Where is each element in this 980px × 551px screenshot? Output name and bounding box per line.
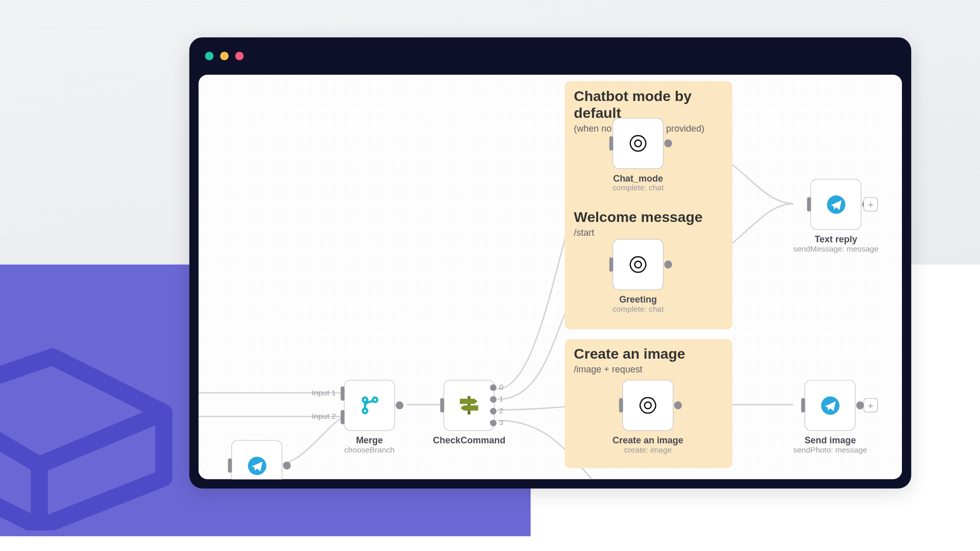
openai-icon: [627, 254, 649, 276]
node-text-reply[interactable]: Text reply sendMessage: message: [793, 179, 878, 253]
node-sublabel: sendPhoto: message: [793, 445, 867, 455]
check-output-1: 1: [499, 395, 503, 403]
group-subtitle: /image + request: [574, 364, 723, 375]
node-sublabel: complete: chat: [612, 183, 664, 192]
check-output-0: 0: [499, 383, 503, 391]
node-label: Greeting: [619, 294, 657, 305]
node-greeting[interactable]: Greeting complete: chat: [612, 239, 664, 313]
merge-input2-label: Input 2: [312, 412, 336, 421]
window-titlebar: [189, 37, 911, 74]
traffic-light-close-icon[interactable]: [205, 52, 214, 60]
node-label: Chat_mode: [613, 173, 663, 184]
check-output-2: 2: [499, 407, 503, 414]
group-subtitle: /start: [574, 227, 723, 238]
workflow-canvas[interactable]: Chatbot mode by default (when no command…: [199, 74, 902, 479]
node-sublabel: create: image: [624, 445, 672, 455]
node-sublabel: chooseBranch: [345, 445, 395, 455]
svg-point-6: [635, 261, 642, 268]
node-telegram-trigger[interactable]: [231, 440, 282, 479]
node-check-command[interactable]: 0 1 2 3 CheckCommand: [433, 380, 505, 445]
app-window: Chatbot mode by default (when no command…: [189, 37, 911, 488]
openai-icon: [637, 394, 659, 417]
svg-point-7: [645, 402, 651, 409]
traffic-light-max-icon[interactable]: [235, 52, 244, 60]
svg-point-5: [635, 140, 642, 147]
node-sublabel: complete: chat: [612, 305, 664, 314]
openai-icon: [627, 132, 649, 155]
group-title: Welcome message: [574, 209, 723, 226]
cube-decoration: [0, 321, 183, 531]
group-title: Chatbot mode by default: [574, 88, 723, 122]
node-label: CheckCommand: [433, 435, 505, 445]
telegram-icon: [246, 455, 267, 476]
add-connection-button[interactable]: +: [864, 398, 878, 412]
node-create-image[interactable]: Create an image create: image: [612, 380, 683, 454]
check-output-3: 3: [499, 418, 503, 426]
node-label: Create an image: [612, 435, 683, 445]
branch-icon: [358, 394, 381, 417]
node-merge[interactable]: Merge chooseBranch: [344, 380, 395, 454]
node-label: Merge: [356, 435, 383, 445]
telegram-icon: [825, 193, 847, 215]
group-title: Create an image: [574, 346, 723, 363]
node-send-image[interactable]: Send image sendPhoto: message: [793, 380, 867, 454]
node-chat-mode[interactable]: Chat_mode complete: chat: [612, 118, 664, 192]
node-label: Text reply: [815, 234, 857, 244]
traffic-light-min-icon[interactable]: [220, 52, 229, 60]
signpost-icon: [456, 395, 482, 416]
node-label: Send image: [804, 435, 856, 445]
telegram-icon: [819, 394, 841, 416]
merge-input1-label: Input 1: [312, 388, 336, 397]
add-connection-button[interactable]: +: [864, 197, 878, 211]
node-sublabel: sendMessage: message: [793, 244, 878, 254]
